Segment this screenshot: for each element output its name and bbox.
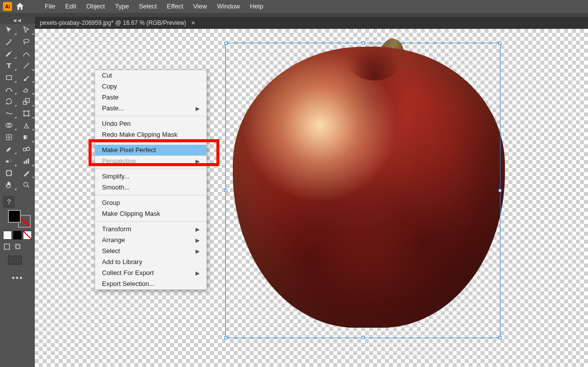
bbox-handle-tl[interactable] (224, 42, 227, 45)
fill-swatch[interactable] (8, 210, 21, 223)
context-menu-item-add-to-library[interactable]: Add to Library (95, 257, 206, 268)
gradient-tool-icon[interactable] (17, 131, 35, 143)
svg-rect-26 (4, 244, 10, 250)
mesh-tool-icon[interactable] (0, 131, 17, 143)
context-menu-item-label: Select (102, 246, 120, 257)
rectangle-tool-icon[interactable] (0, 72, 17, 84)
bbox-handle-mr[interactable] (498, 189, 501, 192)
context-menu-item-arrange[interactable]: Arrange▶ (95, 235, 206, 246)
context-menu-item-transform[interactable]: Transform▶ (95, 224, 206, 235)
close-icon[interactable]: × (191, 19, 195, 27)
zoom-tool-icon[interactable] (17, 179, 35, 191)
symbol-sprayer-tool-icon[interactable] (0, 155, 17, 167)
svg-rect-14 (23, 135, 29, 139)
context-menu-item-select[interactable]: Select▶ (95, 246, 206, 257)
bbox-handle-tm[interactable] (362, 42, 365, 45)
scale-tool-icon[interactable] (17, 95, 35, 107)
svg-rect-21 (23, 161, 25, 164)
paintbrush-tool-icon[interactable] (17, 72, 35, 84)
context-menu: CutCopyPastePaste...▶Undo PenRedo Make C… (95, 70, 207, 290)
menu-type[interactable]: Type (110, 0, 134, 13)
line-segment-tool-icon[interactable] (17, 60, 35, 72)
document-tab[interactable]: pexels-pixabay-206959.jpg* @ 16.67 % (RG… (35, 17, 200, 29)
context-menu-item-make-pixel-perfect[interactable]: Make Pixel Perfect (95, 145, 206, 156)
context-menu-item-label: Paste (102, 92, 118, 103)
bbox-handle-tr[interactable] (498, 42, 501, 45)
tool-grid (0, 24, 35, 191)
screen-mode-icon[interactable] (8, 256, 22, 265)
menu-help[interactable]: Help (245, 0, 268, 13)
svg-point-8 (28, 110, 29, 111)
menu-view[interactable]: View (188, 0, 212, 13)
width-tool-icon[interactable] (0, 107, 17, 119)
svg-rect-28 (15, 244, 19, 248)
bbox-handle-bl[interactable] (224, 336, 227, 339)
magic-wand-tool-icon[interactable] (0, 36, 17, 48)
shape-builder-tool-icon[interactable] (0, 119, 17, 131)
submenu-arrow-icon: ▶ (196, 156, 199, 167)
color-mode-gradient-icon[interactable] (13, 231, 22, 240)
selection-bounding-box[interactable] (225, 43, 500, 338)
fill-stroke-swatch[interactable] (8, 210, 28, 227)
bbox-handle-bm[interactable] (362, 336, 365, 339)
slice-tool-icon[interactable] (17, 167, 35, 179)
hand-tool-icon[interactable] (0, 179, 17, 191)
shaper-tool-icon[interactable] (0, 84, 17, 95)
context-menu-item-label: Add to Library (102, 257, 142, 268)
rotate-tool-icon[interactable] (0, 95, 17, 107)
context-menu-item-group[interactable]: Group (95, 197, 206, 208)
menu-window[interactable]: Window (212, 0, 245, 13)
svg-rect-1 (6, 76, 11, 80)
svg-point-9 (23, 115, 24, 116)
selection-tool-icon[interactable] (0, 24, 17, 36)
draw-mode-row (3, 243, 35, 251)
svg-rect-22 (25, 160, 27, 164)
context-menu-item-make-clipping-mask[interactable]: Make Clipping Mask (95, 208, 206, 219)
submenu-arrow-icon: ▶ (196, 268, 199, 278)
direct-selection-tool-icon[interactable] (17, 24, 35, 36)
draw-normal-icon[interactable] (3, 243, 11, 251)
edit-toolbar-icon[interactable]: ••• (12, 274, 35, 282)
context-menu-item-paste[interactable]: Paste (95, 92, 206, 103)
curvature-tool-icon[interactable] (17, 48, 35, 60)
context-menu-item-simplify[interactable]: Simplify... (95, 171, 206, 182)
menu-edit[interactable]: Edit (60, 0, 81, 13)
context-menu-item-smooth[interactable]: Smooth... (95, 182, 206, 193)
color-mode-none-icon[interactable] (23, 231, 32, 240)
bbox-handle-ml[interactable] (224, 189, 227, 192)
menu-file[interactable]: File (40, 0, 60, 13)
perspective-grid-tool-icon[interactable] (17, 119, 35, 131)
color-mode-color-icon[interactable] (3, 231, 12, 240)
context-menu-item-paste[interactable]: Paste...▶ (95, 103, 206, 114)
blend-tool-icon[interactable] (17, 143, 35, 155)
draw-behind-icon[interactable] (14, 243, 22, 251)
pen-tool-icon[interactable] (0, 48, 17, 60)
context-menu-item-collect-for-export[interactable]: Collect For Export▶ (95, 268, 206, 278)
help-icon[interactable]: ? (3, 196, 15, 208)
app-logo-icon: Ai (3, 2, 12, 11)
panel-collapse-handle[interactable]: ◀◀ (0, 17, 35, 24)
eraser-tool-icon[interactable] (17, 84, 35, 95)
context-menu-item-redo-make-clipping-mask[interactable]: Redo Make Clipping Mask (95, 129, 206, 140)
type-tool-icon[interactable] (0, 60, 17, 72)
free-transform-tool-icon[interactable] (17, 107, 35, 119)
eyedropper-tool-icon[interactable] (0, 143, 17, 155)
menu-effect[interactable]: Effect (162, 0, 188, 13)
context-menu-item-perspective: Perspective▶ (95, 156, 206, 167)
context-menu-item-undo-pen[interactable]: Undo Pen (95, 118, 206, 129)
context-menu-item-cut[interactable]: Cut (95, 70, 206, 81)
artboard-tool-icon[interactable] (0, 167, 17, 179)
menu-select[interactable]: Select (134, 0, 162, 13)
context-menu-item-export-selection[interactable]: Export Selection... (95, 278, 206, 289)
context-menu-item-label: Perspective (102, 156, 136, 167)
submenu-arrow-icon: ▶ (196, 224, 199, 235)
lasso-tool-icon[interactable] (17, 36, 35, 48)
context-menu-item-copy[interactable]: Copy (95, 81, 206, 92)
menu-object[interactable]: Object (81, 0, 110, 13)
context-menu-separator (95, 221, 206, 222)
context-menu-item-label: Undo Pen (102, 118, 131, 129)
tool-panel-bottom: ? ••• (0, 191, 35, 282)
home-icon[interactable] (15, 1, 25, 11)
column-graph-tool-icon[interactable] (17, 155, 35, 167)
bbox-handle-br[interactable] (498, 336, 501, 339)
